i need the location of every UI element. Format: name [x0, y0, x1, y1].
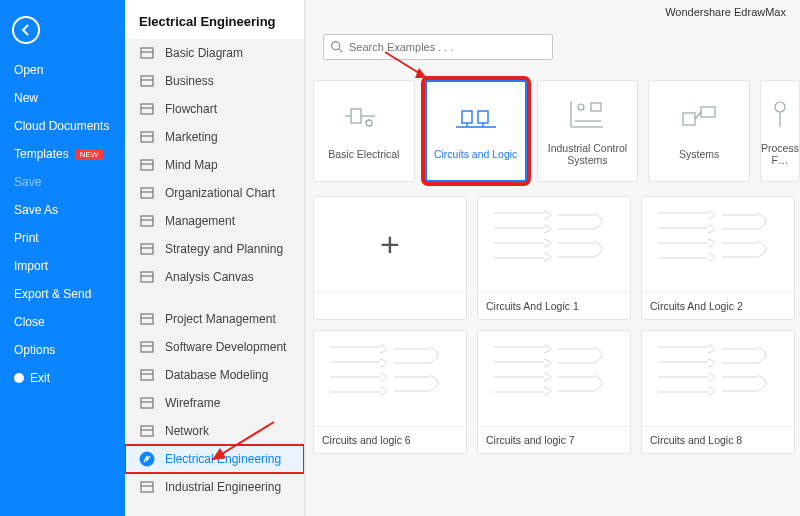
- cat-network[interactable]: Network: [125, 417, 304, 445]
- template-thumb: [478, 331, 630, 427]
- svg-rect-4: [141, 104, 153, 114]
- svg-rect-22: [141, 370, 153, 380]
- cat-organizational-chart[interactable]: Organizational Chart: [125, 179, 304, 207]
- type-process-f-[interactable]: Process F…: [760, 80, 800, 182]
- cat-marketing[interactable]: Marketing: [125, 123, 304, 151]
- cat-project-management[interactable]: Project Management: [125, 305, 304, 333]
- category-label: Mind Map: [165, 158, 218, 172]
- nav-close[interactable]: Close: [0, 308, 125, 336]
- svg-marker-93: [415, 68, 427, 78]
- template-thumb: +: [314, 197, 466, 293]
- category-icon: [139, 45, 155, 61]
- svg-point-34: [366, 120, 372, 126]
- template-label: Circuits And Logic 1: [478, 293, 630, 319]
- category-icon: [139, 479, 155, 495]
- svg-rect-29: [141, 482, 153, 492]
- svg-rect-12: [141, 216, 153, 226]
- type-circuits-and-logic[interactable]: Circuits and Logic: [425, 80, 527, 182]
- template-label: Circuits And Logic 2: [642, 293, 794, 319]
- category-icon: [139, 157, 155, 173]
- category-title: Electrical Engineering: [125, 0, 304, 39]
- cat-mind-map[interactable]: Mind Map: [125, 151, 304, 179]
- cat-database-modeling[interactable]: Database Modeling: [125, 361, 304, 389]
- svg-rect-18: [141, 314, 153, 324]
- template-blank[interactable]: +: [313, 196, 467, 320]
- svg-rect-24: [141, 398, 153, 408]
- type-icon: [678, 102, 720, 138]
- category-label: Marketing: [165, 130, 218, 144]
- type-icon: [566, 96, 608, 132]
- category-icon: [139, 339, 155, 355]
- nav-templates[interactable]: TemplatesNEW: [0, 140, 125, 168]
- cat-basic-diagram[interactable]: Basic Diagram: [125, 39, 304, 67]
- type-label: Basic Electrical: [328, 148, 399, 160]
- type-label: Industrial Control Systems: [542, 142, 634, 166]
- template-thumb: [478, 197, 630, 293]
- template-circuits-and-logic-2[interactable]: Circuits And Logic 2: [641, 196, 795, 320]
- category-label: Software Development: [165, 340, 286, 354]
- new-badge: NEW: [75, 149, 104, 160]
- cat-strategy-and-planning[interactable]: Strategy and Planning: [125, 235, 304, 263]
- category-label: Strategy and Planning: [165, 242, 283, 256]
- svg-rect-26: [141, 426, 153, 436]
- search-field[interactable]: [349, 41, 546, 53]
- nav-open[interactable]: Open: [0, 56, 125, 84]
- template-label: Circuits and logic 7: [478, 427, 630, 453]
- type-basic-electrical[interactable]: Basic Electrical: [313, 80, 415, 182]
- category-label: Database Modeling: [165, 368, 268, 382]
- search-icon: [330, 40, 343, 55]
- cat-flowchart[interactable]: Flowchart: [125, 95, 304, 123]
- category-panel: Electrical Engineering Basic DiagramBusi…: [125, 0, 305, 516]
- category-icon: [139, 451, 155, 467]
- template-circuits-and-logic-8[interactable]: Circuits and Logic 8: [641, 330, 795, 454]
- cat-software-development[interactable]: Software Development: [125, 333, 304, 361]
- nav-save-as[interactable]: Save As: [0, 196, 125, 224]
- category-icon: [139, 101, 155, 117]
- cat-industrial-engineering[interactable]: Industrial Engineering: [125, 473, 304, 501]
- svg-rect-16: [141, 272, 153, 282]
- category-icon: [139, 269, 155, 285]
- svg-rect-14: [141, 244, 153, 254]
- category-icon: [139, 129, 155, 145]
- left-sidebar: Open New Cloud Documents TemplatesNEW Sa…: [0, 0, 125, 516]
- template-label: Circuits and Logic 8: [642, 427, 794, 453]
- category-icon: [139, 185, 155, 201]
- nav-print[interactable]: Print: [0, 224, 125, 252]
- cat-analysis-canvas[interactable]: Analysis Canvas: [125, 263, 304, 291]
- type-industrial-control-systems[interactable]: Industrial Control Systems: [537, 80, 639, 182]
- category-label: Analysis Canvas: [165, 270, 254, 284]
- back-button[interactable]: [12, 16, 40, 44]
- nav-save[interactable]: Save: [0, 168, 125, 196]
- nav-cloud-documents[interactable]: Cloud Documents: [0, 112, 125, 140]
- category-icon: [139, 367, 155, 383]
- template-label: Circuits and logic 6: [314, 427, 466, 453]
- category-label: Organizational Chart: [165, 186, 275, 200]
- template-circuits-and-logic-6[interactable]: Circuits and logic 6: [313, 330, 467, 454]
- cat-wireframe[interactable]: Wireframe: [125, 389, 304, 417]
- category-icon: [139, 395, 155, 411]
- cat-electrical-engineering[interactable]: Electrical Engineering: [125, 445, 304, 473]
- cat-management[interactable]: Management: [125, 207, 304, 235]
- category-label: Management: [165, 214, 235, 228]
- cat-business[interactable]: Business: [125, 67, 304, 95]
- svg-rect-0: [141, 48, 153, 58]
- nav-exit[interactable]: Exit: [0, 364, 125, 392]
- svg-rect-10: [141, 188, 153, 198]
- category-label: Flowchart: [165, 102, 217, 116]
- search-input[interactable]: [323, 34, 553, 60]
- category-icon: [139, 423, 155, 439]
- nav-export-send[interactable]: Export & Send: [0, 280, 125, 308]
- svg-line-49: [695, 112, 701, 119]
- template-circuits-and-logic-7[interactable]: Circuits and logic 7: [477, 330, 631, 454]
- svg-rect-8: [141, 160, 153, 170]
- category-icon: [139, 311, 155, 327]
- nav-new[interactable]: New: [0, 84, 125, 112]
- svg-rect-20: [141, 342, 153, 352]
- nav-import[interactable]: Import: [0, 252, 125, 280]
- nav-options[interactable]: Options: [0, 336, 125, 364]
- template-circuits-and-logic-1[interactable]: Circuits And Logic 1: [477, 196, 631, 320]
- type-systems[interactable]: Systems: [648, 80, 750, 182]
- svg-rect-48: [701, 107, 715, 117]
- svg-rect-45: [591, 103, 601, 111]
- category-icon: [139, 241, 155, 257]
